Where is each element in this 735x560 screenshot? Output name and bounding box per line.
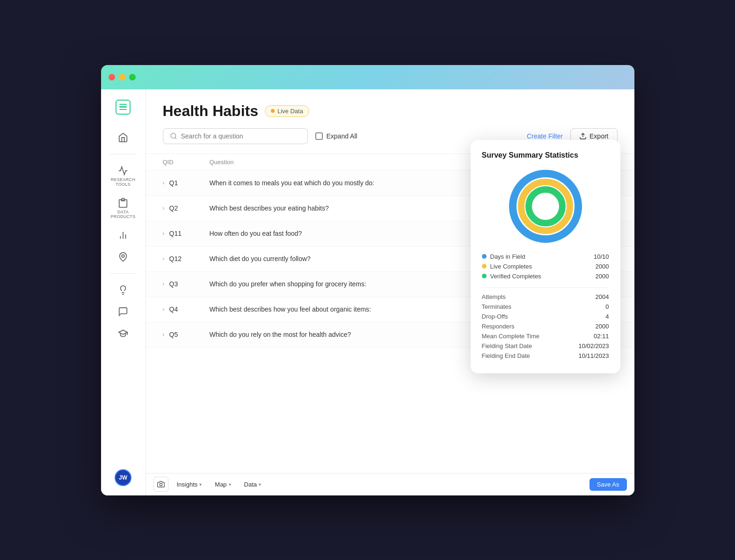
days-label: Days in Field: [490, 253, 590, 260]
stats-divider: [482, 287, 609, 288]
sidebar-item-messages[interactable]: [104, 303, 142, 320]
row-question: How often do you eat fast food?: [210, 229, 505, 239]
insights-label: Insights: [177, 481, 198, 488]
stat-row: Fielding End Date 10/11/2023: [482, 352, 609, 359]
create-filter-button[interactable]: Create Filter: [527, 132, 563, 140]
legend-item-days: Days in Field 10/10: [482, 253, 609, 260]
sidebar-item-data-products[interactable]: DATA PRODUCTS: [104, 194, 142, 223]
title-row: Health Habits Live Data: [163, 102, 618, 120]
stat-value: 2000: [596, 323, 609, 330]
stat-value: 2004: [596, 293, 609, 300]
sidebar-divider-1: [110, 154, 137, 154]
chevron-right-icon: ›: [163, 306, 165, 313]
row-question: Which best describes your eating habits?: [210, 204, 505, 213]
fullscreen-button[interactable]: [129, 74, 136, 80]
logo-icon: [116, 100, 131, 115]
data-chevron: ▾: [259, 482, 261, 487]
live-badge-label: Live Data: [277, 108, 303, 115]
row-qid: › Q4: [163, 305, 210, 313]
bottom-tab-map[interactable]: Map ▾: [210, 479, 235, 490]
sidebar-label-research: RESEARCH TOOLS: [107, 177, 139, 187]
qid-text: Q1: [169, 179, 178, 187]
lightbulb-icon: [118, 285, 128, 295]
stat-value: 02:11: [594, 333, 609, 340]
bottom-tab-data[interactable]: Data ▾: [240, 479, 266, 490]
svg-point-4: [122, 255, 124, 257]
legend: Days in Field 10/10 Live Completes 2000 …: [482, 253, 609, 280]
sidebar-item-analytics[interactable]: [104, 226, 142, 244]
stat-value: 10/11/2023: [578, 352, 609, 359]
stats-list: Attempts 2004 Terminates 0 Drop-Offs 4 R…: [482, 293, 609, 359]
sidebar-item-home[interactable]: [104, 129, 142, 146]
sidebar-item-research-tools[interactable]: RESEARCH TOOLS: [104, 162, 142, 190]
row-qid: › Q2: [163, 204, 210, 212]
save-as-button[interactable]: Save As: [589, 478, 627, 491]
live-dot: [271, 109, 275, 113]
row-question: Which best describes how you feel about …: [210, 305, 505, 314]
fingerprint-icon: [118, 252, 128, 262]
sidebar: RESEARCH TOOLS DATA PRODUCTS: [101, 89, 146, 495]
verified-value: 2000: [596, 273, 609, 280]
map-label: Map: [215, 481, 226, 488]
stat-label: Responders: [482, 323, 515, 330]
qid-text: Q4: [169, 305, 178, 313]
qid-text: Q5: [169, 331, 178, 338]
minimize-button[interactable]: [119, 74, 125, 80]
sidebar-item-fingerprint[interactable]: [104, 248, 142, 266]
expand-all-control[interactable]: Expand All: [315, 132, 357, 140]
graduation-icon: [118, 328, 128, 338]
verified-label: Verified Completes: [490, 273, 592, 280]
expand-checkbox[interactable]: [315, 132, 323, 140]
message-icon: [118, 306, 128, 317]
stat-row: Terminates 0: [482, 303, 609, 310]
live-completes-value: 2000: [596, 263, 609, 270]
stat-value: 10/02/2023: [578, 342, 609, 349]
col-header-question: Question: [210, 159, 505, 166]
bar-chart-icon: [118, 230, 128, 240]
legend-item-live: Live Completes 2000: [482, 263, 609, 270]
donut-chart: [482, 169, 609, 244]
chevron-right-icon: ›: [163, 205, 165, 211]
row-qid: › Q12: [163, 255, 210, 262]
export-icon: [579, 132, 587, 140]
bottom-tab-insights[interactable]: Insights ▾: [172, 479, 207, 490]
sidebar-item-lightbulb[interactable]: [104, 281, 142, 299]
survey-summary-card: Survey Summary Statistics Days in Field …: [471, 140, 620, 373]
stat-row: Drop-Offs 4: [482, 313, 609, 320]
app-window: RESEARCH TOOLS DATA PRODUCTS: [101, 65, 634, 495]
camera-icon-button[interactable]: [153, 477, 168, 492]
chevron-right-icon: ›: [163, 180, 165, 186]
svg-point-7: [171, 133, 176, 138]
chevron-right-icon: ›: [163, 281, 165, 287]
export-label: Export: [589, 132, 608, 140]
stat-label: Fielding Start Date: [482, 342, 532, 349]
sidebar-label-data: DATA PRODUCTS: [107, 210, 139, 219]
donut-svg: [508, 169, 583, 244]
search-input[interactable]: [181, 132, 301, 140]
row-question: When it comes to meals you eat which do …: [210, 178, 505, 188]
live-badge: Live Data: [265, 105, 309, 117]
close-button[interactable]: [109, 74, 115, 80]
search-box[interactable]: [163, 128, 308, 144]
row-qid: › Q1: [163, 179, 210, 187]
row-qid: › Q3: [163, 280, 210, 288]
chevron-right-icon: ›: [163, 230, 165, 237]
stat-row: Fielding Start Date 10/02/2023: [482, 342, 609, 349]
card-title: Survey Summary Statistics: [482, 151, 609, 160]
svg-point-14: [534, 195, 557, 218]
days-dot: [482, 254, 487, 259]
row-question: Which do you prefer when shopping for gr…: [210, 279, 505, 289]
stat-value: 0: [605, 303, 609, 310]
search-icon: [170, 132, 177, 140]
stat-value: 4: [605, 313, 609, 320]
stat-row: Responders 2000: [482, 323, 609, 330]
col-header-qid: QID: [163, 159, 210, 166]
sidebar-item-learn[interactable]: [104, 324, 142, 342]
user-avatar[interactable]: JW: [115, 469, 131, 486]
legend-item-verified: Verified Completes 2000: [482, 273, 609, 280]
row-qid: › Q5: [163, 331, 210, 338]
stat-row: Attempts 2004: [482, 293, 609, 300]
live-completes-label: Live Completes: [490, 263, 592, 270]
bottom-bar: Insights ▾ Map ▾ Data ▾ Save As: [146, 473, 634, 495]
qid-text: Q12: [169, 255, 182, 262]
